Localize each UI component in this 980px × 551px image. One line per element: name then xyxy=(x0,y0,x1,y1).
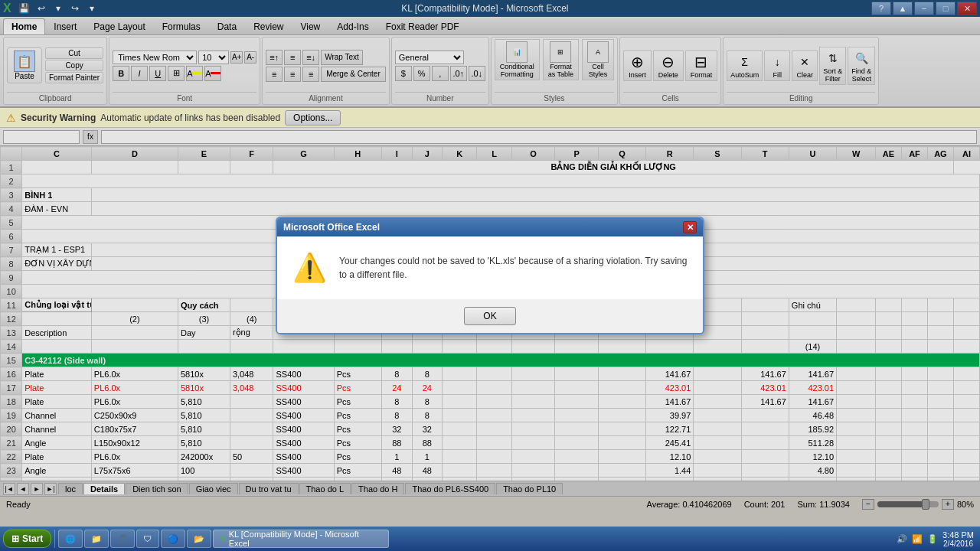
taskbar-media[interactable]: 🎵 xyxy=(110,530,135,548)
taskbar-excel-item[interactable]: X KL [Compatibility Mode] - Microsoft Ex… xyxy=(213,530,388,548)
dialog-footer: OK xyxy=(277,299,703,333)
taskbar-excel-icon: X xyxy=(220,534,225,543)
taskbar-chrome[interactable]: 🔵 xyxy=(161,530,185,548)
dialog-warning-icon: ⚠️ xyxy=(292,252,327,284)
dialog-message: Your changes could not be saved to 'KL.x… xyxy=(339,254,688,282)
taskbar-clock: 3:48 PM 2/4/2016 xyxy=(942,530,974,548)
taskbar-network-icon: 🔊 xyxy=(897,534,907,544)
start-button[interactable]: ⊞ Start xyxy=(3,530,51,548)
taskbar-sound-icon: 📶 xyxy=(912,534,923,544)
taskbar: ⊞ Start 🌐 📁 🎵 🛡 🔵 📂 X KL [Compatibility … xyxy=(0,527,980,551)
taskbar-right: 🔊 📶 🔋 3:48 PM 2/4/2016 xyxy=(897,530,977,548)
taskbar-files[interactable]: 📁 xyxy=(84,530,109,548)
dialog-overlay: Microsoft Office Excel ✕ ⚠️ Your changes… xyxy=(0,0,980,551)
excel-dialog: Microsoft Office Excel ✕ ⚠️ Your changes… xyxy=(276,217,704,334)
taskbar-security[interactable]: 🛡 xyxy=(136,530,159,548)
dialog-ok-button[interactable]: OK xyxy=(464,307,515,325)
dialog-title: Microsoft Office Excel xyxy=(283,222,380,233)
taskbar-separator xyxy=(54,530,55,548)
dialog-body: ⚠️ Your changes could not be saved to 'K… xyxy=(277,236,703,299)
windows-logo: ⊞ xyxy=(11,533,19,544)
taskbar-ie[interactable]: 🌐 xyxy=(58,530,83,548)
taskbar-battery-icon: 🔋 xyxy=(927,534,938,544)
dialog-close-button[interactable]: ✕ xyxy=(683,221,697,233)
dialog-title-bar: Microsoft Office Excel ✕ xyxy=(277,218,703,236)
taskbar-explorer[interactable]: 📂 xyxy=(187,530,211,548)
